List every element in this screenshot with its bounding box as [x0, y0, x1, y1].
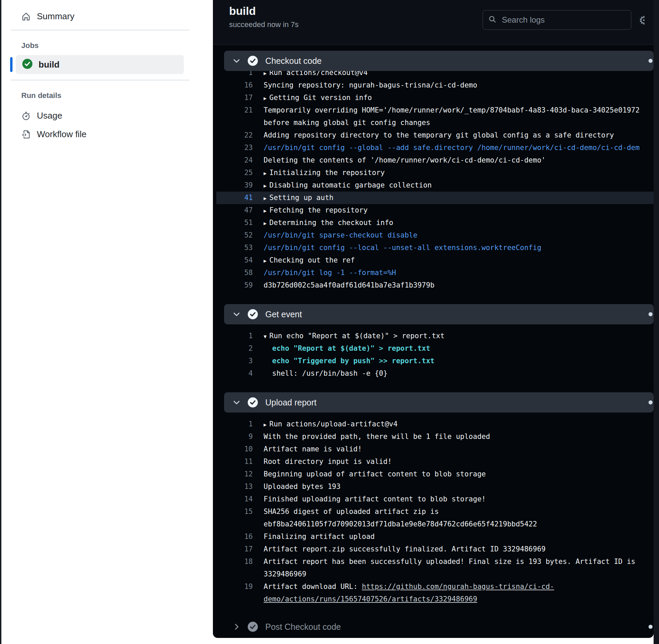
line-number — [224, 518, 253, 530]
log-line-text: before making global git config changes — [253, 117, 654, 129]
line-number[interactable]: 41 — [224, 191, 253, 204]
log-section: Upload report1▶Run actions/upload-artifa… — [224, 392, 654, 612]
log-section: Get event1▼Run echo "Report at $(date)" … — [224, 304, 654, 387]
expand-marker-icon: ▶ — [264, 195, 267, 201]
workflow-file-icon — [21, 130, 31, 139]
line-number[interactable]: 58 — [224, 267, 253, 279]
scrollbar-track[interactable] — [654, 0, 659, 644]
line-number[interactable]: 13 — [224, 481, 253, 493]
log-scroller[interactable]: Checkout code1▶Run actions/checkout@v416… — [213, 51, 654, 634]
run-details-header: Run details — [21, 91, 62, 100]
search-logs-box[interactable] — [483, 10, 631, 30]
line-number[interactable]: 11 — [224, 456, 253, 468]
section-header-upload-report[interactable]: Upload report — [224, 392, 654, 413]
line-number[interactable]: 14 — [224, 493, 253, 505]
expand-marker-icon: ▼ — [264, 334, 267, 340]
log-line-text: Temporarily overriding HOME='/home/runne… — [253, 104, 654, 117]
log-line: 3329486969 — [224, 568, 654, 580]
line-number[interactable]: 3 — [224, 355, 253, 367]
log-line-text: ▶Determining the checkout info — [253, 216, 654, 229]
line-number[interactable]: 51 — [224, 216, 253, 229]
expand-marker-icon: ▶ — [264, 258, 267, 264]
line-number[interactable]: 23 — [224, 142, 253, 154]
log-line: 16Syncing repository: ngurah-bagus-trisn… — [224, 79, 654, 92]
log-text-segment: ebf8ba24061105f7d70902013df71dba1e9e8e78… — [264, 520, 537, 528]
line-number[interactable]: 1 — [224, 418, 253, 431]
sidebar: Summary Jobs build Run details Usage — [1, 0, 213, 644]
home-icon — [21, 12, 31, 21]
job-header-band: build succeeded now in 7s ⚙ — [213, 0, 654, 45]
line-number[interactable]: 17 — [224, 92, 253, 104]
sidebar-item-workflow-file[interactable]: Workflow file — [21, 129, 87, 140]
log-line: 52/usr/bin/git sparse-checkout disable — [224, 229, 654, 242]
log-text-segment: Temporarily overriding HOME='/home/runne… — [264, 106, 640, 114]
line-number[interactable]: 19 — [224, 580, 253, 593]
log-line-text: Deleting the contents of '/home/runner/w… — [253, 154, 654, 166]
line-number[interactable]: 1 — [224, 330, 253, 342]
line-number[interactable]: 54 — [224, 254, 253, 267]
log-line: 53/usr/bin/git config --local --unset-al… — [224, 242, 654, 254]
line-number[interactable]: 4 — [224, 367, 253, 380]
log-text-segment: Run echo "Report at $(date)" > report.tx… — [269, 332, 445, 340]
line-number[interactable]: 10 — [224, 443, 253, 456]
log-line: 18Artifact report has been successfully … — [224, 555, 654, 568]
chevron-right-icon — [232, 622, 241, 631]
log-line-text: ▶Run actions/upload-artifact@v4 — [253, 418, 654, 431]
section-log-lines: 1▼Run echo "Report at $(date)" > report.… — [224, 324, 654, 387]
log-line: 23/usr/bin/git config --global --add saf… — [224, 142, 654, 154]
line-number[interactable]: 16 — [224, 530, 253, 543]
log-line-text: /usr/bin/git config --local --unset-all … — [253, 242, 654, 254]
artifact-download-link[interactable]: demo/actions/runs/15657407526/artifacts/… — [264, 595, 477, 603]
log-text-segment: With the provided path, there will be 1 … — [264, 433, 490, 441]
log-line: 1▶Run actions/upload-artifact@v4 — [224, 418, 654, 431]
log-line-text: /usr/bin/git log -1 --format=%H — [253, 267, 654, 279]
log-line-text: Root directory input is valid! — [253, 456, 654, 468]
line-number[interactable]: 22 — [224, 129, 253, 142]
expand-marker-icon: ▶ — [264, 220, 267, 226]
sidebar-item-summary[interactable]: Summary — [21, 11, 74, 22]
log-text-segment: Uploaded bytes 193 — [264, 483, 341, 490]
log-line-text: demo/actions/runs/15657407526/artifacts/… — [253, 593, 654, 605]
line-number[interactable]: 18 — [224, 555, 253, 568]
line-number[interactable]: 47 — [224, 204, 253, 216]
step-success-check-icon — [248, 397, 258, 408]
sidebar-item-job-build[interactable]: build — [16, 55, 184, 74]
line-number[interactable]: 17 — [224, 543, 253, 555]
log-text-segment: Syncing repository: ngurah-bagus-trisna/… — [264, 81, 477, 89]
search-logs-input[interactable] — [501, 15, 626, 25]
line-number[interactable]: 12 — [224, 468, 253, 481]
line-number[interactable]: 2 — [224, 342, 253, 355]
line-number[interactable]: 52 — [224, 229, 253, 242]
log-line-text: 3329486969 — [253, 568, 654, 580]
artifact-download-link[interactable]: https://github.com/ngurah-bagus-trisna/c… — [362, 582, 554, 591]
log-line-text: Syncing repository: ngurah-bagus-trisna/… — [253, 79, 654, 92]
log-line-text: shell: /usr/bin/bash -e {0} — [253, 367, 654, 380]
step-success-check-icon — [248, 56, 258, 66]
log-text-segment: Deleting the contents of '/home/runner/w… — [264, 156, 545, 164]
expand-marker-icon: ▶ — [264, 208, 267, 214]
log-line-text: ▶Fetching the repository — [253, 204, 654, 216]
line-number[interactable]: 59 — [224, 279, 253, 292]
line-number[interactable]: 39 — [224, 179, 253, 191]
sidebar-item-usage[interactable]: Usage — [21, 111, 62, 121]
line-number[interactable]: 9 — [224, 431, 253, 443]
sidebar-item-label: Usage — [37, 111, 62, 121]
section-header-checkout-code[interactable]: Checkout code — [224, 51, 654, 71]
log-line-text: echo "Report at $(date)" > report.txt — [253, 342, 654, 355]
line-number[interactable]: 24 — [224, 154, 253, 166]
log-line-text: ▶Setting up auth — [253, 191, 654, 204]
section-header-post-checkout-code[interactable]: Post Checkout code — [224, 620, 654, 634]
log-text-segment: Setting up auth — [269, 193, 334, 202]
section-header-get-event[interactable]: Get event — [224, 304, 654, 324]
log-line: 10Artifact name is valid! — [224, 443, 654, 456]
log-line: 22Adding repository directory to the tem… — [224, 129, 654, 142]
line-number[interactable]: 15 — [224, 505, 253, 518]
section-title: Post Checkout code — [265, 622, 341, 632]
log-text-segment: Root directory input is valid! — [264, 458, 392, 466]
log-line-text: ebf8ba24061105f7d70902013df71dba1e9e8e78… — [253, 518, 654, 530]
line-number[interactable]: 21 — [224, 104, 253, 117]
log-settings-gear-icon[interactable]: ⚙ — [639, 13, 644, 28]
line-number[interactable]: 16 — [224, 79, 253, 92]
line-number[interactable]: 25 — [224, 166, 253, 179]
line-number[interactable]: 53 — [224, 242, 253, 254]
